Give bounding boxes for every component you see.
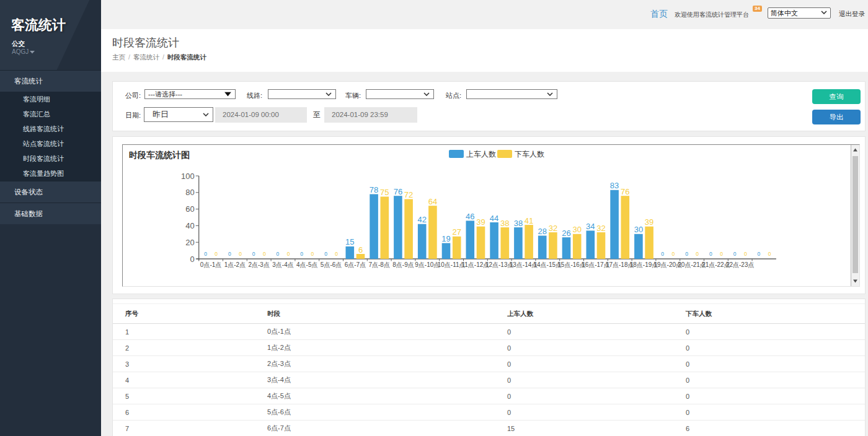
svg-text:4点-5点: 4点-5点	[296, 261, 317, 268]
svg-text:44: 44	[490, 214, 498, 223]
svg-text:46: 46	[466, 212, 474, 221]
svg-text:40: 40	[185, 221, 194, 230]
svg-text:0: 0	[685, 251, 688, 257]
svg-text:0: 0	[744, 251, 747, 257]
svg-text:80: 80	[185, 188, 194, 197]
svg-text:38: 38	[500, 219, 509, 228]
svg-text:0: 0	[661, 251, 664, 257]
svg-text:72: 72	[404, 190, 413, 199]
svg-text:34: 34	[586, 222, 595, 231]
svg-text:8点-9点: 8点-9点	[392, 261, 414, 268]
svg-text:38: 38	[514, 219, 523, 228]
svg-text:100: 100	[181, 172, 195, 181]
svg-text:15: 15	[345, 237, 354, 246]
svg-text:0: 0	[287, 251, 290, 257]
svg-text:27: 27	[452, 227, 461, 237]
svg-text:0: 0	[311, 251, 314, 257]
svg-text:0: 0	[190, 255, 194, 264]
svg-text:83: 83	[610, 181, 619, 190]
svg-text:42: 42	[417, 215, 426, 224]
svg-text:上车人数: 上车人数	[466, 150, 496, 159]
svg-text:0: 0	[239, 251, 242, 257]
svg-text:0: 0	[204, 251, 207, 257]
svg-text:2点-3点: 2点-3点	[248, 261, 269, 268]
svg-text:0: 0	[324, 251, 327, 257]
svg-text:0: 0	[768, 251, 771, 257]
svg-text:19: 19	[441, 234, 450, 243]
svg-text:5点-6点: 5点-6点	[321, 261, 342, 268]
svg-text:0: 0	[709, 251, 712, 257]
svg-text:9点-10点: 9点-10点	[415, 261, 440, 268]
svg-text:76: 76	[621, 187, 629, 196]
svg-text:30: 30	[634, 225, 643, 234]
svg-text:22点-23点: 22点-23点	[726, 261, 755, 268]
svg-text:6点-7点: 6点-7点	[345, 261, 366, 268]
svg-text:78: 78	[370, 185, 378, 194]
svg-text:64: 64	[428, 197, 437, 206]
svg-text:39: 39	[476, 217, 485, 227]
svg-text:0: 0	[215, 251, 218, 257]
svg-text:0: 0	[672, 251, 675, 257]
svg-text:3点-4点: 3点-4点	[272, 261, 293, 268]
svg-text:6: 6	[358, 245, 363, 255]
svg-text:0: 0	[228, 251, 231, 257]
svg-text:20: 20	[185, 238, 194, 247]
svg-text:30: 30	[572, 225, 581, 234]
svg-text:1点-2点: 1点-2点	[224, 261, 246, 268]
svg-text:下车人数: 下车人数	[515, 150, 544, 159]
svg-text:7点-8点: 7点-8点	[368, 261, 389, 268]
svg-text:0: 0	[252, 251, 255, 257]
svg-text:75: 75	[380, 188, 389, 197]
svg-text:28: 28	[538, 227, 546, 236]
svg-text:0: 0	[300, 251, 303, 257]
svg-text:0: 0	[720, 251, 723, 257]
svg-text:时段车流统计图: 时段车流统计图	[129, 150, 190, 160]
svg-text:0: 0	[758, 251, 761, 257]
svg-text:0点-1点: 0点-1点	[200, 261, 221, 268]
svg-text:0: 0	[733, 251, 737, 257]
svg-text:32: 32	[549, 224, 557, 233]
svg-text:39: 39	[645, 217, 653, 227]
svg-text:0: 0	[277, 251, 280, 257]
svg-text:26: 26	[562, 229, 570, 238]
svg-text:0: 0	[335, 251, 338, 257]
svg-text:0: 0	[263, 251, 266, 257]
svg-text:60: 60	[185, 204, 194, 214]
svg-text:76: 76	[394, 187, 402, 196]
svg-text:32: 32	[596, 224, 605, 233]
svg-text:41: 41	[525, 216, 533, 225]
svg-text:0: 0	[696, 251, 699, 257]
